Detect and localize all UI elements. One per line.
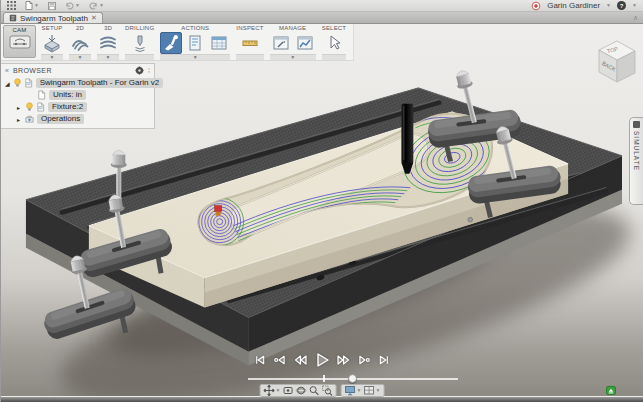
prev-operation-button[interactable] bbox=[273, 354, 286, 366]
grid-settings-button[interactable]: ▼ bbox=[363, 385, 380, 396]
display-settings-button[interactable]: ▼ bbox=[345, 385, 362, 396]
ribbon-group-setup: SETUP▼ bbox=[38, 24, 66, 60]
group-flyout-arrow[interactable]: ▼ bbox=[160, 54, 230, 60]
group-flyout-arrow[interactable]: ▼ bbox=[41, 54, 63, 60]
orbit-button[interactable] bbox=[296, 385, 307, 396]
chevron-down-icon[interactable]: ▼ bbox=[290, 55, 295, 60]
toolpath-start-marker bbox=[215, 206, 222, 216]
workspace-switcher[interactable]: CAM bbox=[3, 25, 36, 58]
zoom-button[interactable] bbox=[309, 385, 320, 396]
fast-forward-button[interactable] bbox=[337, 354, 351, 366]
browser-row[interactable]: ◢Swingarm Toolpath - For Garin v2 bbox=[1, 77, 154, 89]
3d-milling-button[interactable] bbox=[97, 32, 119, 54]
skip-end-button[interactable] bbox=[378, 354, 391, 366]
chevron-down-icon[interactable]: ▼ bbox=[606, 3, 611, 8]
ribbon-group-label: SELECT bbox=[322, 24, 347, 31]
chevron-down-icon[interactable]: ▼ bbox=[193, 55, 198, 60]
tab-swingarm-toolpath[interactable]: Swingarm Toolpath ✕ bbox=[3, 12, 103, 23]
2d-milling-button[interactable] bbox=[69, 32, 91, 54]
browser-row[interactable]: ▸Fixture:2 bbox=[1, 101, 154, 113]
chevron-down-icon[interactable]: ▼ bbox=[375, 388, 380, 393]
chevron-down-icon[interactable]: ▼ bbox=[75, 3, 80, 8]
chevron-down-icon[interactable]: ▼ bbox=[99, 3, 104, 8]
tool-library-button[interactable] bbox=[270, 32, 292, 54]
document-tab-icon bbox=[9, 14, 17, 22]
simulate-button[interactable] bbox=[160, 32, 182, 54]
ribbon-group-label: SETUP bbox=[41, 24, 62, 31]
post-process-button[interactable] bbox=[184, 32, 206, 54]
browser-row-label[interactable]: Fixture:2 bbox=[48, 102, 87, 112]
gear-icon[interactable] bbox=[135, 66, 144, 75]
cam-toolbar: CAM SETUP▼2D▼3D▼DRILLINGACTIONS▼INSPECTM… bbox=[1, 24, 354, 61]
task-manager-button[interactable] bbox=[294, 32, 316, 54]
navigation-bar: ▼▼▼ bbox=[260, 384, 385, 397]
chevron-down-icon[interactable]: ▼ bbox=[50, 55, 55, 60]
chevron-down-icon[interactable]: ▼ bbox=[78, 55, 83, 60]
pan-button[interactable]: ▼ bbox=[264, 385, 281, 396]
group-flyout-arrow[interactable]: ▼ bbox=[97, 54, 119, 60]
window-bottom-edge bbox=[1, 397, 643, 402]
collapse-panel-icon[interactable]: « bbox=[5, 67, 9, 74]
chevron-up-icon[interactable]: ∧ bbox=[633, 14, 638, 22]
slider-tick bbox=[323, 375, 325, 382]
fusion-cam-window: ▼▼▼ Garin Gardiner ▼ ? ▼ Swingarm Toolpa… bbox=[0, 0, 643, 402]
undo-icon[interactable]: ▼ bbox=[65, 2, 80, 10]
chevron-down-icon[interactable]: ▼ bbox=[276, 388, 281, 393]
ribbon-group-label: 3D bbox=[104, 24, 112, 31]
3d-viewport[interactable]: CAM SETUP▼2D▼3D▼DRILLINGACTIONS▼INSPECTM… bbox=[1, 24, 643, 397]
next-operation-button[interactable] bbox=[358, 354, 371, 366]
rewind-button[interactable] bbox=[293, 354, 307, 366]
browser-title: BROWSER bbox=[13, 67, 131, 74]
chevron-down-icon[interactable]: ▼ bbox=[357, 388, 362, 393]
slider-handle[interactable] bbox=[348, 374, 357, 383]
expander-icon[interactable]: ◢ bbox=[5, 80, 10, 87]
ribbon-group-select: SELECT bbox=[319, 24, 350, 60]
record-icon[interactable] bbox=[531, 1, 541, 11]
browser-row-label[interactable]: Units: in bbox=[49, 90, 86, 100]
close-icon[interactable]: ✕ bbox=[91, 14, 97, 22]
chevron-down-icon[interactable]: ▼ bbox=[106, 55, 111, 60]
simulation-timeline-slider[interactable] bbox=[248, 374, 458, 384]
measure-button[interactable] bbox=[239, 32, 261, 54]
browser-row-label[interactable]: Swingarm Toolpath - For Garin v2 bbox=[36, 78, 163, 88]
save-icon[interactable] bbox=[48, 2, 56, 10]
file-icon[interactable]: ▼ bbox=[25, 1, 39, 10]
ribbon-group-manage: MANAGE▼ bbox=[267, 24, 319, 60]
browser-row-label[interactable]: Operations bbox=[37, 114, 84, 124]
browser-panel: « BROWSER ⁞ ◢Swingarm Toolpath - For Gar… bbox=[1, 63, 155, 129]
group-footer bbox=[322, 54, 347, 60]
group-flyout-arrow[interactable]: ▼ bbox=[69, 54, 91, 60]
drilling-button[interactable] bbox=[129, 32, 151, 54]
operations-icon bbox=[25, 110, 34, 128]
view-cube[interactable]: TOP BACK bbox=[590, 33, 640, 91]
new-setup-button[interactable] bbox=[41, 32, 63, 54]
navbar-segment: ▼▼ bbox=[341, 384, 385, 397]
panel-grip-icon[interactable]: ⁞ bbox=[148, 67, 150, 74]
look-at-button[interactable] bbox=[283, 385, 294, 396]
cutting-tool[interactable] bbox=[401, 104, 413, 174]
app-grid-icon[interactable] bbox=[7, 1, 16, 10]
simulate-dialog-tab[interactable]: SIMULATE bbox=[629, 117, 643, 205]
expander-icon[interactable]: ▸ bbox=[15, 116, 22, 123]
redo-icon[interactable]: ▼ bbox=[89, 2, 104, 10]
component-icon bbox=[24, 74, 33, 92]
navbar-segment: ▼ bbox=[260, 384, 337, 397]
expander-icon[interactable]: ▸ bbox=[15, 104, 22, 111]
group-flyout-arrow[interactable]: ▼ bbox=[270, 54, 316, 60]
ribbon-group-3d: 3D▼ bbox=[94, 24, 122, 60]
browser-row[interactable]: ▸Operations bbox=[1, 113, 154, 125]
document-tabbar: Swingarm Toolpath ✕ ∧ bbox=[1, 12, 643, 24]
play-button[interactable] bbox=[314, 352, 330, 368]
job-status-icon[interactable] bbox=[606, 386, 616, 395]
account-menu[interactable]: Garin Gardiner bbox=[547, 1, 600, 10]
help-button[interactable]: ? bbox=[617, 1, 626, 10]
skip-start-button[interactable] bbox=[253, 354, 266, 366]
chevron-down-icon[interactable]: ▼ bbox=[632, 3, 637, 8]
ribbon-group-drilling: DRILLING bbox=[122, 24, 157, 60]
setup-sheet-button[interactable] bbox=[208, 32, 230, 54]
bulb-icon[interactable] bbox=[13, 74, 22, 92]
select-button[interactable] bbox=[323, 32, 345, 54]
stock-face-screw bbox=[468, 217, 473, 222]
zoom-window-button[interactable] bbox=[322, 385, 333, 396]
chevron-down-icon[interactable]: ▼ bbox=[34, 3, 39, 8]
